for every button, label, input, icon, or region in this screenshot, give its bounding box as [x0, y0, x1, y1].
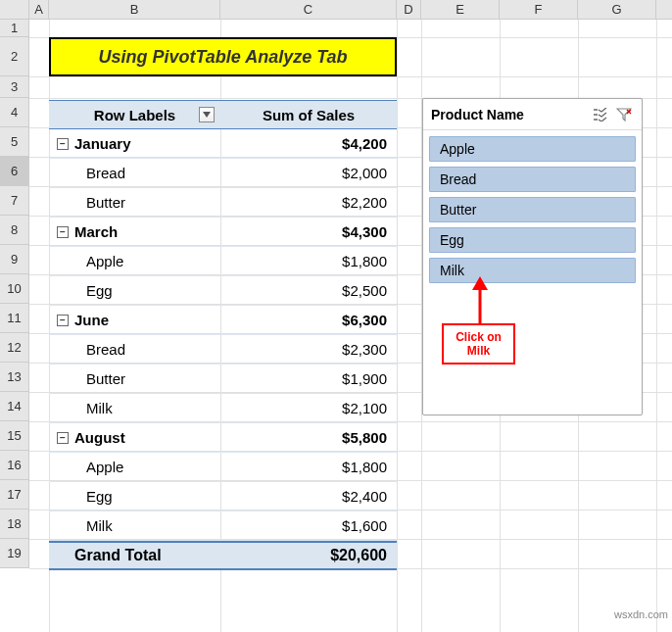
row-header-16[interactable]: 16: [0, 451, 28, 480]
multi-select-icon[interactable]: [591, 106, 610, 123]
item-value: $1,900: [220, 370, 397, 387]
slicer-item-bread[interactable]: Bread: [429, 167, 636, 192]
col-header-B[interactable]: B: [49, 0, 220, 19]
item-label: Milk: [49, 517, 220, 534]
item-value: $2,100: [220, 400, 397, 416]
column-headers: A B C D E F G: [0, 0, 672, 20]
pivot-table[interactable]: Row Labels Sum of Sales −January $4,200 …: [49, 100, 397, 570]
month-subtotal: $5,800: [220, 429, 397, 446]
grand-total-row: Grand Total $20,600: [49, 541, 397, 570]
watermark: wsxdn.com: [614, 608, 668, 620]
month-subtotal: $4,300: [220, 223, 397, 240]
row-header-10[interactable]: 10: [0, 274, 28, 304]
row-header-13[interactable]: 13: [0, 363, 28, 392]
slicer-item-butter[interactable]: Butter: [429, 197, 636, 222]
item-label: Apple: [49, 459, 220, 475]
row-headers: 1 2 3 4 5 6 7 8 9 10 11 12 13 14 15 16 1…: [0, 20, 29, 568]
pivot-month-row[interactable]: −March $4,300: [49, 218, 397, 247]
row-header-6[interactable]: 6: [0, 157, 28, 186]
item-value: $2,300: [220, 341, 397, 358]
item-label: Milk: [49, 400, 220, 416]
row-header-17[interactable]: 17: [0, 480, 28, 510]
grand-total-label: Grand Total: [49, 547, 220, 564]
row-header-19[interactable]: 19: [0, 539, 28, 568]
item-label: Egg: [49, 282, 220, 299]
row-header-2[interactable]: 2: [0, 37, 28, 76]
collapse-icon[interactable]: −: [57, 315, 69, 326]
pivot-item-row[interactable]: Butter $2,200: [49, 188, 397, 218]
annotation-arrow-icon: [470, 276, 490, 325]
item-value: $1,600: [220, 517, 397, 534]
row-header-3[interactable]: 3: [0, 76, 28, 98]
item-label: Bread: [49, 341, 220, 358]
item-value: $2,200: [220, 194, 397, 211]
col-header-D[interactable]: D: [397, 0, 421, 19]
slicer-header: Product Name: [423, 99, 642, 130]
row-labels-dropdown[interactable]: [199, 107, 215, 122]
month-subtotal: $6,300: [220, 312, 397, 328]
item-value: $2,400: [220, 488, 397, 505]
month-name: August: [74, 429, 125, 446]
row-header-7[interactable]: 7: [0, 186, 28, 216]
collapse-icon[interactable]: −: [57, 138, 69, 150]
col-header-A[interactable]: A: [29, 0, 49, 19]
month-label: −June: [49, 312, 220, 328]
row-header-8[interactable]: 8: [0, 216, 28, 245]
pivot-item-row[interactable]: Apple $1,800: [49, 247, 397, 276]
select-all-corner[interactable]: [0, 0, 29, 19]
row-labels-header: Row Labels: [49, 101, 220, 128]
item-value: $2,000: [220, 165, 397, 181]
pivot-item-row[interactable]: Butter $1,900: [49, 365, 397, 394]
page-title: Using PivotTable Analyze Tab: [49, 37, 397, 76]
slicer-item-egg[interactable]: Egg: [429, 227, 636, 253]
item-label: Bread: [49, 165, 220, 181]
item-label: Egg: [49, 488, 220, 505]
item-label: Butter: [49, 370, 220, 387]
col-header-C[interactable]: C: [220, 0, 397, 19]
annotation-callout: Click on Milk: [442, 323, 515, 365]
pivot-item-row[interactable]: Egg $2,400: [49, 482, 397, 511]
item-value: $2,500: [220, 282, 397, 299]
pivot-item-row[interactable]: Bread $2,000: [49, 159, 397, 188]
row-header-15[interactable]: 15: [0, 421, 28, 451]
values-header: Sum of Sales: [220, 101, 397, 128]
item-value: $1,800: [220, 253, 397, 269]
month-label: −August: [49, 429, 220, 446]
slicer-items: Apple Bread Butter Egg Milk: [423, 130, 642, 294]
grand-total-value: $20,600: [220, 547, 397, 564]
pivot-item-row[interactable]: Bread $2,300: [49, 335, 397, 365]
row-header-14[interactable]: 14: [0, 392, 28, 421]
collapse-icon[interactable]: −: [57, 226, 69, 238]
item-value: $1,800: [220, 459, 397, 475]
slicer-item-milk[interactable]: Milk: [429, 258, 636, 283]
row-header-12[interactable]: 12: [0, 333, 28, 363]
pivot-month-row[interactable]: −August $5,800: [49, 423, 397, 453]
month-label: −March: [49, 223, 220, 240]
row-header-1[interactable]: 1: [0, 20, 28, 37]
row-header-9[interactable]: 9: [0, 245, 28, 274]
row-header-5[interactable]: 5: [0, 127, 28, 157]
row-header-4[interactable]: 4: [0, 98, 28, 127]
pivot-item-row[interactable]: Milk $1,600: [49, 511, 397, 541]
item-label: Butter: [49, 194, 220, 211]
clear-filter-icon[interactable]: [614, 106, 634, 123]
pivot-item-row[interactable]: Egg $2,500: [49, 276, 397, 306]
slicer-title: Product Name: [431, 107, 587, 122]
month-name: January: [74, 135, 131, 152]
pivot-item-row[interactable]: Apple $1,800: [49, 453, 397, 482]
col-header-E[interactable]: E: [421, 0, 500, 19]
slicer-item-apple[interactable]: Apple: [429, 136, 636, 162]
row-header-18[interactable]: 18: [0, 510, 28, 539]
month-name: June: [74, 312, 109, 328]
month-name: March: [74, 223, 118, 240]
collapse-icon[interactable]: −: [57, 432, 69, 444]
item-label: Apple: [49, 253, 220, 269]
pivot-item-row[interactable]: Milk $2,100: [49, 394, 397, 423]
row-header-11[interactable]: 11: [0, 304, 28, 333]
col-header-G[interactable]: G: [578, 0, 656, 19]
col-header-F[interactable]: F: [500, 0, 578, 19]
product-slicer[interactable]: Product Name Apple Bread Butter Egg Milk: [422, 98, 643, 415]
pivot-month-row[interactable]: −June $6,300: [49, 306, 397, 335]
pivot-month-row[interactable]: −January $4,200: [49, 129, 397, 159]
month-subtotal: $4,200: [220, 135, 397, 152]
